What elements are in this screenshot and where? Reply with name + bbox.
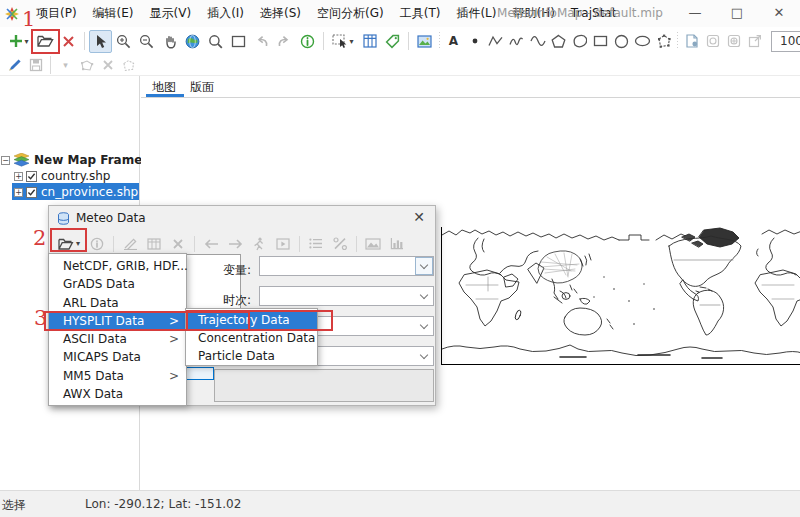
submenu-item-trajectory[interactable]: Trajectory Data — [186, 311, 317, 329]
time-combobox[interactable] — [259, 286, 434, 306]
attribute-table-button[interactable] — [358, 30, 381, 53]
toolbar-separator — [323, 32, 324, 50]
minimize-button[interactable]: — — [674, 0, 716, 27]
menu-item-arl[interactable]: ARL Data — [49, 294, 186, 312]
menu-tools[interactable]: 工具(T) — [392, 0, 449, 27]
zoom-level-combo[interactable]: 100% — [771, 31, 800, 52]
lasso-polygon-tool-button[interactable] — [653, 32, 674, 50]
point-tool-button[interactable] — [464, 32, 485, 50]
menu-item-hysplit[interactable]: HYSPLIT Data> — [49, 312, 186, 330]
edit-dropdown-button[interactable]: ▾ — [55, 56, 76, 74]
submenu-item-particle[interactable]: Particle Data — [186, 347, 317, 365]
layer-row-country[interactable]: + country.shp — [14, 168, 110, 184]
menu-view[interactable]: 显示(V) — [142, 0, 200, 27]
polygon-tool-button[interactable] — [548, 32, 569, 50]
redo-button[interactable] — [273, 30, 296, 53]
collapse-icon[interactable]: − — [1, 156, 10, 165]
select-feature-button[interactable]: ▾ — [328, 30, 358, 53]
search-tool-button[interactable] — [204, 30, 227, 53]
animation-button[interactable] — [702, 32, 723, 50]
dialog-draw-button[interactable] — [118, 233, 142, 255]
zoom-out-tool-button[interactable] — [135, 30, 158, 53]
label-tag-button[interactable] — [381, 30, 404, 53]
export-map-button[interactable] — [681, 32, 702, 50]
curved-polygon-tool-button[interactable] — [569, 32, 590, 50]
menu-selection[interactable]: 选择(S) — [252, 0, 309, 27]
dialog-list-button[interactable] — [304, 233, 328, 255]
dialog-image-button[interactable] — [361, 233, 385, 255]
zoom-in-tool-button[interactable] — [112, 30, 135, 53]
toolbar-separator — [439, 32, 440, 50]
dialog-settings-button[interactable] — [328, 233, 352, 255]
undo-button[interactable] — [250, 30, 273, 53]
checkbox-checked-icon[interactable] — [26, 171, 37, 182]
edit-pencil-button[interactable] — [4, 56, 25, 74]
delete-feature-button[interactable] — [97, 56, 118, 74]
maximize-button[interactable]: □ — [716, 0, 758, 27]
chevron-down-icon — [420, 351, 428, 359]
open-external-button[interactable] — [744, 32, 765, 50]
ellipse-tool-button[interactable] — [632, 32, 653, 50]
rectangle-tool-button[interactable] — [590, 32, 611, 50]
reshape-lasso-button[interactable] — [118, 56, 139, 74]
insert-image-button[interactable] — [413, 30, 436, 53]
dialog-close-data-button[interactable] — [166, 233, 190, 255]
close-button[interactable]: ✕ — [758, 0, 800, 27]
expand-icon[interactable]: + — [14, 172, 23, 181]
edit-vertices-button[interactable] — [76, 56, 97, 74]
menu-project[interactable]: 项目(P) — [28, 0, 85, 27]
status-mode: 选择 — [2, 497, 26, 514]
menu-edit[interactable]: 编辑(E) — [85, 0, 142, 27]
tab-layout[interactable]: 版面 — [190, 79, 214, 95]
window-title: MeteoInfoMap - default.mip — [470, 0, 690, 27]
dialog-titlebar[interactable]: Meteo Data ✕ — [49, 206, 435, 230]
menu-item-awx[interactable]: AWX Data — [49, 385, 186, 403]
open-project-button[interactable] — [34, 30, 57, 53]
world-map — [442, 227, 800, 365]
menu-item-mm5[interactable]: MM5 Data> — [49, 367, 186, 385]
save-edits-button[interactable] — [25, 56, 46, 74]
submenu-item-concentration[interactable]: Concentration Data — [186, 329, 317, 347]
zoom-rectangle-button[interactable] — [227, 30, 250, 53]
full-extent-globe-button[interactable] — [181, 30, 204, 53]
dialog-info-button[interactable] — [85, 233, 109, 255]
animation-settings-button[interactable] — [723, 32, 744, 50]
freehand-tool-button[interactable] — [506, 32, 527, 50]
view-tabs: 地图 版面 — [141, 76, 800, 98]
expand-icon[interactable]: + — [14, 188, 23, 197]
combo-dropdown-button[interactable] — [415, 257, 433, 275]
dialog-prev-time-button[interactable] — [199, 233, 223, 255]
active-tab-underline — [146, 94, 184, 97]
text-tool-button[interactable]: A — [443, 32, 464, 50]
dialog-animate-run-button[interactable] — [247, 233, 271, 255]
dialog-chart-button[interactable] — [385, 233, 409, 255]
menu-item-ascii[interactable]: ASCII Data> — [49, 330, 186, 348]
toolbar-separator — [84, 32, 85, 50]
pan-tool-button[interactable] — [158, 30, 181, 53]
polyline-tool-button[interactable] — [485, 32, 506, 50]
window-controls: — □ ✕ — [674, 0, 800, 27]
toolbar-separator — [194, 236, 195, 252]
menu-item-grads[interactable]: GrADS Data — [49, 275, 186, 293]
dialog-next-time-button[interactable] — [223, 233, 247, 255]
dialog-open-data-button[interactable]: ▾ — [53, 233, 85, 255]
layer-row-cn-province[interactable]: + cn_province.shp — [14, 184, 138, 200]
curve-tool-button[interactable] — [527, 32, 548, 50]
select-tool-button[interactable] — [89, 30, 112, 53]
add-layer-button[interactable]: ▾ — [4, 30, 34, 53]
menu-spatial-analysis[interactable]: 空间分析(G) — [309, 0, 392, 27]
dialog-table-button[interactable] — [142, 233, 166, 255]
map-frame-node[interactable]: − New Map Frame — [1, 152, 142, 168]
identify-info-button[interactable] — [296, 30, 319, 53]
menu-insert[interactable]: 插入(I) — [199, 0, 252, 27]
checkbox-checked-icon[interactable] — [26, 187, 37, 198]
remove-layer-button[interactable] — [57, 30, 80, 53]
dialog-play-button[interactable] — [271, 233, 295, 255]
tab-map[interactable]: 地图 — [152, 79, 176, 95]
dialog-close-button[interactable]: ✕ — [411, 210, 427, 226]
variable-combobox[interactable] — [259, 256, 434, 276]
submenu-arrow-icon: > — [169, 367, 179, 385]
menu-item-netcdf[interactable]: NetCDF, GRIB, HDF... — [49, 257, 186, 275]
circle-tool-button[interactable] — [611, 32, 632, 50]
menu-item-micaps[interactable]: MICAPS Data — [49, 348, 186, 366]
